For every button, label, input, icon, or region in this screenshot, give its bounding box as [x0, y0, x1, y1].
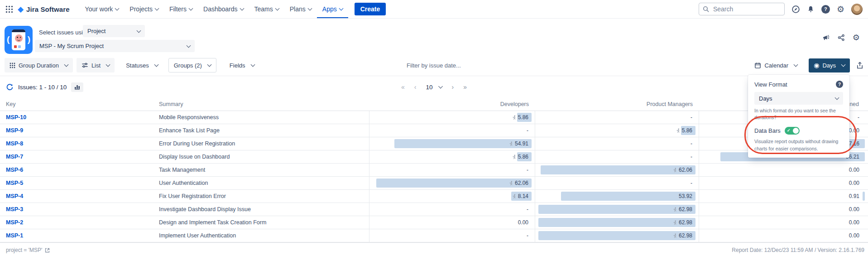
column-header-key[interactable]: Key: [0, 98, 155, 111]
duration-value: 0.00: [518, 216, 528, 229]
duration-value: -: [691, 111, 692, 124]
issue-summary[interactable]: Enhance Task List Page: [155, 124, 369, 137]
app-settings-gear-icon[interactable]: ⚙: [853, 34, 860, 42]
table-body: MSP-10Mobile Responsiveness5.86--MSP-9En…: [0, 111, 868, 242]
issue-key-link[interactable]: MSP-1: [0, 229, 155, 242]
view-list-button[interactable]: List: [77, 58, 115, 72]
issues-table: Key Summary Developers Product Managers …: [0, 98, 868, 242]
eye-icon: ◉: [814, 62, 819, 68]
page-size-select[interactable]: 10: [426, 84, 442, 91]
issue-summary[interactable]: Error During User Registration: [155, 137, 369, 150]
phone-mascot-icon: [12, 29, 25, 50]
column-header-summary[interactable]: Summary: [155, 98, 369, 111]
calendar-icon: [754, 62, 761, 69]
issue-key-link[interactable]: MSP-4: [0, 190, 155, 203]
external-link-icon[interactable]: [45, 248, 50, 253]
duration-cell-unassigned: 0.00: [699, 203, 868, 216]
runner-icon: [676, 128, 681, 133]
project-select[interactable]: MSP - My Scrum Project: [35, 40, 195, 52]
topnav-item-teams[interactable]: Teams: [249, 0, 284, 18]
duration-cell-unassigned: 0.91: [699, 190, 868, 203]
report-footer: project = 'MSP' Report Date: 12/Dec/23 1…: [0, 242, 868, 256]
duration-cell-product_managers: 62.06: [535, 164, 699, 176]
jira-logo[interactable]: ◆ Jira Software: [18, 5, 70, 13]
topnav-item-your-work[interactable]: Your work: [80, 0, 125, 18]
discover-icon[interactable]: [791, 5, 800, 14]
topnav-item-filters[interactable]: Filters: [164, 0, 198, 18]
issue-summary[interactable]: Design and Implement Task Creation Form: [155, 216, 369, 229]
issue-summary[interactable]: Task Management: [155, 164, 369, 176]
last-page-button[interactable]: »: [463, 83, 467, 91]
chevron-down-icon: [207, 63, 211, 67]
table-row: MSP-10Mobile Responsiveness5.86--: [0, 111, 868, 124]
duration-cell-developers: -: [369, 164, 535, 176]
duration-value: -: [691, 150, 692, 163]
column-header-developers[interactable]: Developers: [369, 98, 535, 111]
format-select[interactable]: Days: [754, 92, 843, 105]
topnav-item-projects[interactable]: Projects: [124, 0, 164, 18]
chevron-down-icon: [250, 63, 255, 67]
refresh-icon[interactable]: [6, 83, 14, 91]
duration-value: -: [527, 203, 528, 216]
issue-key-link[interactable]: MSP-10: [0, 111, 155, 124]
export-icon[interactable]: [856, 62, 863, 69]
issue-source-select[interactable]: Project: [83, 25, 145, 37]
issue-summary[interactable]: Implement User Authentication: [155, 229, 369, 242]
notifications-bell-icon[interactable]: [807, 5, 815, 13]
issue-summary[interactable]: Fix User Registration Error: [155, 190, 369, 203]
calendar-button[interactable]: Calendar: [749, 58, 802, 72]
issue-key-link[interactable]: MSP-8: [0, 137, 155, 150]
chart-view-button[interactable]: [71, 82, 83, 92]
topnav-item-plans[interactable]: Plans: [284, 0, 317, 18]
duration-value: 53.92: [679, 190, 692, 203]
fields-button[interactable]: Fields: [225, 58, 259, 72]
panel-help-icon[interactable]: ?: [836, 81, 843, 88]
group-duration-button[interactable]: Group Duration: [5, 58, 73, 72]
feedback-megaphone-icon[interactable]: [822, 34, 830, 42]
prev-page-button[interactable]: ‹: [414, 83, 417, 91]
runner-icon: [672, 207, 677, 212]
issue-summary[interactable]: Investigate Dashboard Display Issue: [155, 203, 369, 216]
duration-value: -: [527, 229, 528, 242]
chevron-down-icon: [794, 63, 798, 67]
data-bars-toggle[interactable]: ✓: [785, 127, 800, 135]
issue-summary[interactable]: User Authentication: [155, 177, 369, 189]
next-page-button[interactable]: ›: [452, 83, 454, 91]
help-icon[interactable]: ?: [821, 5, 830, 14]
topnav-item-dashboards[interactable]: Dashboards: [198, 0, 249, 18]
runner-icon: [672, 168, 677, 173]
issue-key-link[interactable]: MSP-3: [0, 203, 155, 216]
grid-icon: [10, 63, 15, 68]
data-bar: [863, 192, 865, 201]
app-header: () Select issues using Project MSP - My …: [0, 19, 868, 55]
issue-key-link[interactable]: MSP-9: [0, 124, 155, 137]
issue-key-link[interactable]: MSP-6: [0, 164, 155, 176]
topnav-item-apps[interactable]: Apps: [317, 0, 348, 18]
chevron-down-icon: [189, 6, 193, 11]
duration-value: -: [527, 164, 528, 176]
column-header-product-managers[interactable]: Product Managers: [535, 98, 699, 111]
duration-value: -: [691, 137, 692, 150]
issue-key-link[interactable]: MSP-5: [0, 177, 155, 189]
create-button[interactable]: Create: [355, 3, 386, 15]
duration-value: 0.00: [849, 124, 859, 137]
settings-gear-icon[interactable]: ⚙: [837, 5, 844, 14]
search-input[interactable]: [712, 5, 768, 13]
first-page-button[interactable]: «: [401, 83, 405, 91]
duration-cell-product_managers: -: [535, 150, 699, 163]
duration-value: -: [527, 124, 528, 137]
filter-by-date-input[interactable]: Filter by issue date...: [407, 62, 461, 69]
app-switcher-icon[interactable]: [5, 5, 13, 13]
groups-button[interactable]: Groups (2): [168, 58, 216, 72]
user-avatar[interactable]: [851, 4, 863, 15]
issue-summary[interactable]: Mobile Responsiveness: [155, 111, 369, 124]
view-format-days-button[interactable]: ◉ Days: [809, 58, 850, 72]
issue-key-link[interactable]: MSP-7: [0, 150, 155, 163]
issue-summary[interactable]: Display Issue on Dashboard: [155, 150, 369, 163]
statuses-button[interactable]: Statuses: [121, 58, 163, 72]
search-box[interactable]: [699, 3, 785, 15]
duration-value: 62.98: [672, 216, 692, 229]
issue-key-link[interactable]: MSP-2: [0, 216, 155, 229]
check-icon: ✓: [787, 128, 791, 133]
share-icon[interactable]: [838, 34, 845, 41]
